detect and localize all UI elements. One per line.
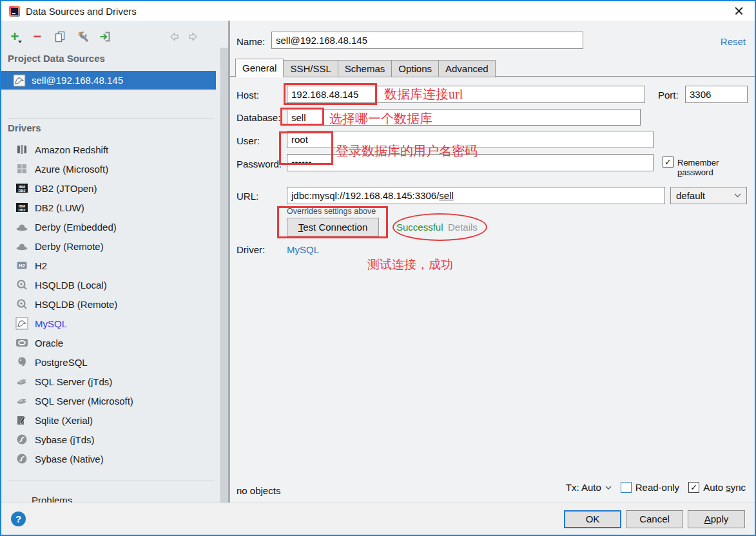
project-item-sell[interactable]: sell@192.168.48.145 (1, 71, 216, 90)
sqlserver-icon (15, 375, 28, 388)
svg-text:DB2: DB2 (18, 208, 25, 212)
readonly-checkbox[interactable] (621, 482, 632, 493)
driver-item-amazon-redshift[interactable]: Amazon Redshift (1, 140, 220, 159)
sidebar-scrollbar[interactable] (220, 48, 228, 503)
readonly-label: Read-only (635, 482, 679, 493)
duplicate-button[interactable] (53, 30, 67, 44)
footer-bar: ? OK Cancel Apply (1, 503, 755, 535)
driver-item-postgresql[interactable]: PostgreSQL (1, 352, 220, 372)
driver-item-db2-luw[interactable]: IBMDB2 DB2 (LUW) (1, 198, 220, 217)
db2-icon: IBMDB2 (15, 201, 28, 214)
oracle-icon (15, 336, 28, 349)
status-controls: Tx: Auto Read-only ✓ Auto sync (566, 482, 746, 493)
url-database-part: sell (439, 190, 454, 201)
goto-driver-button[interactable] (98, 30, 112, 44)
driver-list: Amazon Redshift Azure (Microsoft) IBMDB2… (1, 140, 220, 468)
user-input[interactable] (287, 131, 654, 148)
svg-text:H2: H2 (19, 263, 26, 269)
mysql-icon (15, 317, 28, 330)
url-input[interactable]: jdbc:mysql://192.168.48.145:3306/sell (287, 187, 665, 204)
back-arrow-icon[interactable] (168, 30, 180, 43)
driver-settings-button[interactable] (75, 30, 90, 44)
driver-item-h2[interactable]: H2 H2 (1, 256, 220, 275)
driver-value-link[interactable]: MySQL (287, 244, 319, 255)
driver-item-derby-remote[interactable]: Derby (Remote) (1, 236, 220, 256)
driver-item-hsqldb-local[interactable]: HSQLDB (Local) (1, 275, 220, 294)
forward-arrow-icon[interactable] (187, 30, 200, 43)
driver-item-mysql[interactable]: MySQL (1, 314, 220, 333)
annotation-test-note: 测试连接，成功 (367, 256, 453, 273)
derby-hat-icon (15, 240, 28, 253)
readonly-toggle[interactable]: Read-only (621, 482, 679, 493)
test-result-text: Successful (396, 222, 443, 233)
driver-item-azure[interactable]: Azure (Microsoft) (1, 159, 220, 178)
host-input[interactable] (287, 86, 645, 103)
driver-item-oracle[interactable]: Oracle (1, 333, 220, 352)
port-label: Port: (658, 90, 679, 100)
tab-advanced[interactable]: Advanced (439, 60, 496, 77)
drivers-header: Drivers (8, 122, 41, 133)
tab-schemas[interactable]: Schemas (338, 60, 393, 77)
redshift-icon (15, 143, 28, 156)
add-data-source-button[interactable]: + (8, 30, 22, 44)
overrides-note: Overrides settings above (287, 207, 376, 216)
driver-item-sqlserver-jtds[interactable]: SQL Server (jTds) (1, 372, 220, 391)
sidebar: + − (1, 21, 228, 503)
ok-button[interactable]: OK (564, 510, 621, 528)
intellij-app-icon (9, 6, 20, 17)
apply-button[interactable]: Apply (688, 510, 745, 528)
wrench-gear-icon (75, 30, 90, 44)
sqlserver-icon (15, 394, 28, 407)
test-details-link[interactable]: Details (448, 222, 478, 233)
history-nav (168, 30, 200, 43)
project-data-sources-header: Project Data Sources (8, 53, 105, 64)
sidebar-separator-bottom (8, 481, 214, 481)
autosync-label: Auto sync (703, 482, 746, 493)
connection-settings-panel: Name: Reset General SSH/SSL Schemas Opti… (230, 21, 755, 503)
driver-item-sybase-jtds[interactable]: Sybase (jTds) (1, 430, 220, 449)
close-icon[interactable] (729, 3, 748, 19)
remember-password-checkbox[interactable]: ✓ (663, 157, 674, 168)
sidebar-separator (8, 119, 214, 119)
tx-mode-dropdown[interactable]: Tx: Auto (566, 482, 612, 493)
db2-icon: IBMDB2 (15, 182, 28, 195)
h2-icon: H2 (15, 259, 28, 272)
driver-item-sqlite-xerial[interactable]: Sqlite (Xerial) (1, 410, 220, 430)
name-input[interactable] (271, 32, 583, 49)
remove-data-source-button[interactable]: − (30, 30, 44, 44)
help-icon[interactable]: ? (11, 512, 26, 526)
driver-item-hsqldb-remote[interactable]: HSQLDB (Remote) (1, 294, 220, 314)
chevron-down-icon (734, 193, 741, 198)
test-connection-button[interactable]: Test Connection (287, 218, 379, 236)
cancel-button[interactable]: Cancel (626, 510, 683, 528)
tab-ssh-ssl[interactable]: SSH/SSL (284, 60, 338, 77)
problems-label[interactable]: Problems (32, 495, 72, 503)
sqlite-feather-icon (15, 414, 28, 426)
driver-item-sybase-native[interactable]: Sybase (Native) (1, 449, 220, 468)
derby-hat-icon (15, 220, 28, 233)
host-label: Host: (237, 90, 259, 100)
hsqldb-icon (15, 298, 28, 311)
url-profile-select[interactable]: default (670, 187, 747, 204)
database-input[interactable] (287, 109, 641, 126)
azure-icon (15, 162, 28, 175)
driver-item-sqlserver-microsoft[interactable]: SQL Server (Microsoft) (1, 391, 220, 410)
reset-link[interactable]: Reset (721, 36, 746, 47)
tab-options[interactable]: Options (392, 60, 439, 77)
data-sources-dialog: Data Sources and Drivers + − (0, 0, 756, 536)
autosync-checkbox[interactable]: ✓ (688, 482, 699, 493)
port-input[interactable] (685, 86, 748, 103)
tab-strip: General SSH/SSL Schemas Options Advanced (235, 59, 496, 77)
title-bar: Data Sources and Drivers (1, 1, 755, 21)
driver-item-db2-jtopen[interactable]: IBMDB2 DB2 (JTOpen) (1, 178, 220, 198)
password-input[interactable] (287, 154, 654, 171)
driver-label: Driver: (237, 244, 265, 255)
copy-icon (53, 30, 66, 43)
password-label: Password: (237, 158, 282, 169)
driver-item-derby-embedded[interactable]: Derby (Embedded) (1, 217, 220, 236)
autosync-toggle[interactable]: ✓ Auto sync (688, 482, 746, 493)
tab-general[interactable]: General (235, 59, 284, 77)
dropdown-caret-icon (18, 41, 22, 43)
minus-icon: − (34, 30, 42, 43)
url-label: URL: (237, 191, 258, 202)
